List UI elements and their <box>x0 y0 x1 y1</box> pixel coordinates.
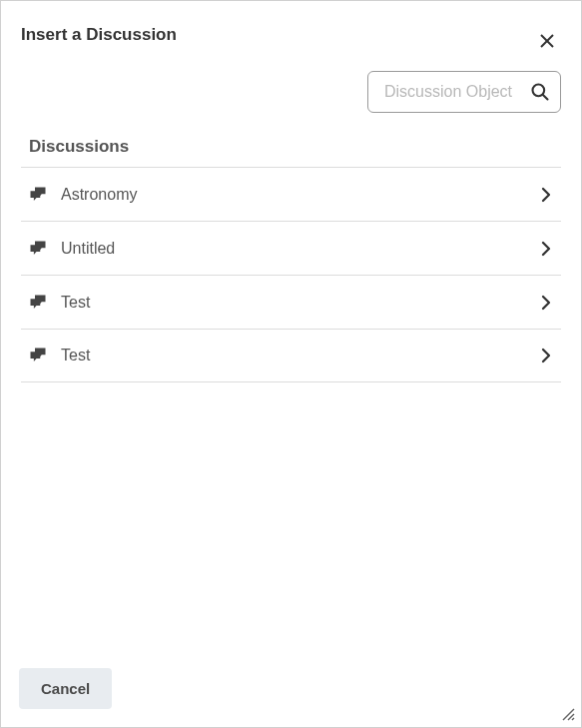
close-icon <box>539 33 555 49</box>
search-row <box>1 57 581 113</box>
search-box[interactable] <box>367 71 561 113</box>
svg-line-6 <box>572 718 574 720</box>
svg-line-3 <box>543 95 548 100</box>
search-icon <box>530 82 550 102</box>
list-item-label: Test <box>61 347 537 364</box>
chevron-right-icon <box>537 240 555 258</box>
list-item[interactable]: Test <box>21 275 561 329</box>
discussion-icon <box>29 294 47 312</box>
list-item-label: Astronomy <box>61 186 537 204</box>
insert-discussion-dialog: Insert a Discussion Discussions Astronom… <box>1 1 581 727</box>
chevron-right-icon <box>537 186 555 204</box>
list-item[interactable]: Astronomy <box>21 167 561 221</box>
discussion-list: Astronomy Untitled Test <box>1 167 581 650</box>
resize-handle-icon[interactable] <box>561 707 575 721</box>
svg-line-4 <box>563 709 574 720</box>
list-item[interactable]: Untitled <box>21 221 561 275</box>
cancel-button[interactable]: Cancel <box>19 668 112 709</box>
discussion-icon <box>29 186 47 204</box>
chevron-right-icon <box>537 347 555 364</box>
discussion-icon <box>29 240 47 258</box>
list-item-label: Test <box>61 294 537 312</box>
list-item[interactable]: Test <box>21 329 561 382</box>
close-button[interactable] <box>535 27 559 57</box>
discussion-icon <box>29 347 47 364</box>
list-item-label: Untitled <box>61 240 537 258</box>
chevron-right-icon <box>537 294 555 312</box>
dialog-footer: Cancel <box>1 650 581 727</box>
dialog-header: Insert a Discussion <box>1 1 581 57</box>
section-heading: Discussions <box>1 113 581 167</box>
dialog-title: Insert a Discussion <box>21 25 177 45</box>
search-input[interactable] <box>384 83 524 101</box>
